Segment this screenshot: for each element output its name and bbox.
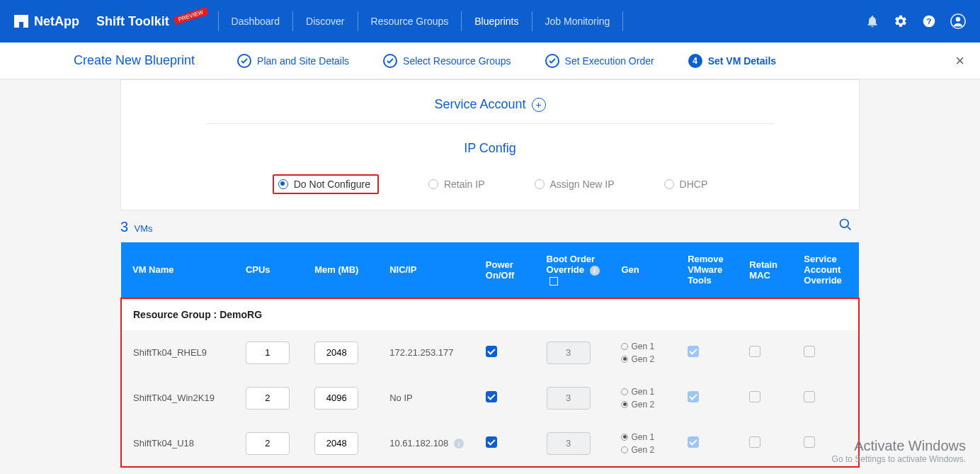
gen2-radio[interactable]: Gen 2 xyxy=(621,353,673,366)
table-row: ShiftTk04_U1810.61.182.108 iGen 1Gen 2 xyxy=(121,421,859,467)
nav-divider xyxy=(292,11,293,31)
sa-override-checkbox[interactable] xyxy=(804,346,815,357)
boot-order-input[interactable] xyxy=(547,432,591,455)
info-icon[interactable]: i xyxy=(590,266,600,276)
table-row: ShiftTk04_Win2K19No IPGen 1Gen 2 xyxy=(121,376,859,421)
th-sa-override: Service Account Override xyxy=(797,242,859,298)
brand-logo[interactable]: NetApp xyxy=(14,14,79,29)
th-vm-name: VM Name xyxy=(121,242,239,298)
preview-badge: PREVIEW xyxy=(173,6,208,25)
power-checkbox[interactable] xyxy=(486,436,497,448)
th-nic: NIC/IP xyxy=(382,242,479,298)
ip-do-not-configure[interactable]: Do Not Configure xyxy=(278,179,370,190)
th-power: Power On/Off xyxy=(479,242,540,298)
gen1-radio[interactable]: Gen 1 xyxy=(621,385,673,398)
th-retain-mac: Retain MAC xyxy=(742,242,797,298)
ip-retain[interactable]: Retain IP xyxy=(428,174,485,194)
nav-job-monitoring[interactable]: Job Monitoring xyxy=(542,16,613,27)
add-service-account-button[interactable]: + xyxy=(532,98,546,112)
cell-vm-name: ShiftTk04_RHEL9 xyxy=(121,330,239,376)
brand-text: NetApp xyxy=(34,14,79,29)
step-plan-site[interactable]: Plan and Site Details xyxy=(237,54,349,68)
nav-divider xyxy=(622,11,623,31)
sa-override-checkbox[interactable] xyxy=(804,436,815,448)
close-icon[interactable]: × xyxy=(955,52,964,70)
gen1-radio[interactable]: Gen 1 xyxy=(621,431,673,444)
power-checkbox[interactable] xyxy=(486,391,497,402)
retain-mac-checkbox[interactable] xyxy=(749,346,760,357)
mem-input[interactable] xyxy=(314,432,358,455)
nav-blueprints[interactable]: Blueprints xyxy=(472,16,521,27)
mem-input[interactable] xyxy=(314,342,358,364)
ip-config-header: IP Config xyxy=(121,124,859,162)
bell-icon[interactable] xyxy=(865,14,879,28)
retain-mac-checkbox[interactable] xyxy=(749,391,760,402)
nav-dashboard[interactable]: Dashboard xyxy=(229,16,283,27)
cell-vm-name: ShiftTk04_U18 xyxy=(121,421,239,467)
remove-tools-checkbox[interactable] xyxy=(688,391,699,402)
user-icon[interactable] xyxy=(950,13,966,29)
svg-point-3 xyxy=(956,17,960,21)
page-title: Create New Blueprint xyxy=(17,53,195,68)
ip-assign-new[interactable]: Assign New IP xyxy=(535,174,615,194)
boot-order-input[interactable] xyxy=(547,342,591,364)
nav-resource-groups[interactable]: Resource Groups xyxy=(368,16,452,27)
cell-nic: 172.21.253.177 xyxy=(382,330,479,376)
check-icon xyxy=(549,57,556,64)
mem-input[interactable] xyxy=(314,387,358,410)
sa-override-checkbox[interactable] xyxy=(804,391,815,402)
retain-mac-checkbox[interactable] xyxy=(749,436,760,448)
cpu-input[interactable] xyxy=(246,387,290,410)
svg-point-4 xyxy=(841,220,849,228)
nav-discover[interactable]: Discover xyxy=(303,16,347,27)
step-vm-details[interactable]: 4 Set VM Details xyxy=(688,54,776,68)
gen2-radio[interactable]: Gen 2 xyxy=(621,398,673,411)
cell-nic: No IP xyxy=(382,376,479,421)
footer-buttons: Previous Create Blueprint xyxy=(120,468,860,475)
boot-order-input[interactable] xyxy=(547,387,591,410)
toolkit-title: Shift Toolkit xyxy=(96,14,169,29)
gear-icon[interactable] xyxy=(894,14,908,28)
remove-tools-checkbox[interactable] xyxy=(688,436,699,448)
remove-tools-checkbox[interactable] xyxy=(688,346,699,357)
nav-divider xyxy=(532,11,532,31)
stepper-bar: Create New Blueprint Plan and Site Detai… xyxy=(0,43,980,79)
help-icon[interactable]: ? xyxy=(922,14,936,28)
resource-group-label: Resource Group : DemoRG xyxy=(121,298,859,330)
step-resource-groups[interactable]: Select Resource Groups xyxy=(383,54,511,68)
boot-override-all-checkbox[interactable] xyxy=(549,277,558,286)
vm-table: VM Name CPUs Mem (MB) NIC/IP Power On/Of… xyxy=(120,242,860,468)
gen2-radio[interactable]: Gen 2 xyxy=(621,444,673,456)
cpu-input[interactable] xyxy=(246,432,290,455)
nav-divider xyxy=(461,11,462,31)
netapp-icon xyxy=(14,15,28,28)
info-icon[interactable]: i xyxy=(454,439,464,448)
step-execution-order[interactable]: Set Execution Order xyxy=(545,54,654,68)
th-cpus: CPUs xyxy=(239,242,307,298)
main-card: Service Account + IP Config Do Not Confi… xyxy=(120,79,860,210)
ip-config-options: Do Not Configure Retain IP Assign New IP… xyxy=(121,162,859,210)
th-mem: Mem (MB) xyxy=(307,242,382,298)
power-checkbox[interactable] xyxy=(486,346,497,357)
th-boot-order: Boot Order Override i xyxy=(540,242,615,298)
vm-count-header: 3 VMs xyxy=(120,210,860,242)
search-icon[interactable] xyxy=(838,218,853,232)
th-remove-tools: Remove VMware Tools xyxy=(680,242,742,298)
windows-watermark: Activate Windows Go to Settings to activ… xyxy=(832,438,966,464)
table-row: ShiftTk04_RHEL9172.21.253.177Gen 1Gen 2 xyxy=(121,330,859,376)
check-icon xyxy=(387,57,394,64)
th-gen: Gen xyxy=(614,242,680,298)
cell-nic: 10.61.182.108 i xyxy=(382,421,479,467)
top-nav: NetApp Shift Toolkit PREVIEW Dashboard D… xyxy=(0,0,980,43)
cpu-input[interactable] xyxy=(246,342,290,364)
nav-divider xyxy=(358,11,358,31)
svg-text:?: ? xyxy=(926,16,931,26)
ip-dhcp[interactable]: DHCP xyxy=(664,174,708,194)
gen1-radio[interactable]: Gen 1 xyxy=(621,340,673,353)
service-account-header: Service Account + xyxy=(121,80,859,123)
check-icon xyxy=(241,57,248,64)
nav-divider xyxy=(218,11,219,31)
cell-vm-name: ShiftTk04_Win2K19 xyxy=(121,376,239,421)
